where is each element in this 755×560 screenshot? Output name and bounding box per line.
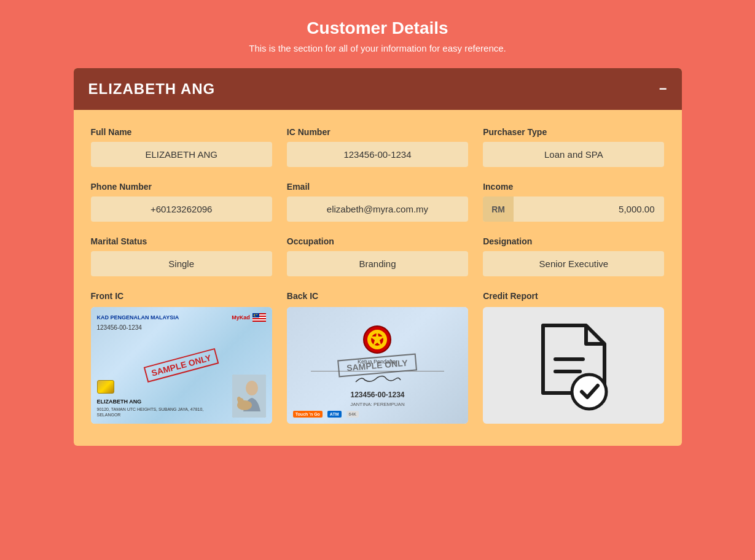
- fields-row-1: Full Name ELIZABETH ANG IC Number 123456…: [91, 127, 665, 167]
- card-body: Full Name ELIZABETH ANG IC Number 123456…: [74, 110, 682, 446]
- atm-badge: ATM: [327, 411, 342, 418]
- svg-rect-3: [252, 319, 266, 321]
- page-header: Customer Details This is the section for…: [249, 18, 506, 53]
- back-ic-logo-area: [362, 324, 393, 359]
- ic-address-text: 90120, TAMAN UTC HEIGHTS, SUBANG JAYA, 4…: [97, 406, 227, 418]
- front-ic-header: KAD PENGENALAN MALAYSIA MyKad: [97, 313, 266, 322]
- customer-card: ELIZABETH ANG − Full Name ELIZABETH ANG …: [74, 68, 682, 446]
- phone-number-value: +60123262096: [91, 196, 272, 222]
- income-label: Income: [483, 182, 664, 192]
- full-name-value: ELIZABETH ANG: [91, 142, 272, 167]
- svg-point-19: [572, 375, 606, 409]
- jantina-text: JANTINA: PEREMPUAN: [350, 402, 404, 407]
- designation-group: Designation Senior Executive: [483, 236, 664, 276]
- occupation-label: Occupation: [287, 236, 468, 246]
- front-ic-flag-area: MyKad: [232, 313, 266, 322]
- back-ic-bottom-badges: Touch 'n Go ATM 64K: [293, 411, 359, 418]
- 64k-badge: 64K: [346, 411, 359, 418]
- ic-number-group: IC Number 123456-00-1234: [287, 127, 468, 167]
- svg-point-6: [254, 314, 256, 316]
- back-ic-group: Back IC Ketua Pendaftar: [287, 291, 468, 424]
- images-row: Front IC KAD PENGENALAN MALAYSIA MyKad: [91, 291, 665, 424]
- ic-photo: [232, 375, 266, 418]
- occupation-group: Occupation Branding: [287, 236, 468, 276]
- front-ic-left: ELIZABETH ANG 90120, TAMAN UTC HEIGHTS, …: [97, 380, 227, 418]
- fields-row-3: Marital Status Single Occupation Brandin…: [91, 236, 665, 276]
- ic-number-label: IC Number: [287, 127, 468, 137]
- email-label: Email: [287, 182, 468, 192]
- front-ic-bottom: ELIZABETH ANG 90120, TAMAN UTC HEIGHTS, …: [97, 335, 266, 418]
- credit-report-container: [483, 307, 664, 424]
- kad-pengenalan-text: KAD PENGENALAN MALAYSIA: [97, 314, 179, 321]
- svg-point-9: [246, 381, 258, 395]
- touch-tng-badge: Touch 'n Go: [293, 411, 323, 418]
- back-ic-label: Back IC: [287, 291, 468, 301]
- card-header: ELIZABETH ANG −: [74, 68, 682, 110]
- collapse-button[interactable]: −: [659, 82, 667, 96]
- income-prefix: RM: [483, 196, 514, 222]
- phone-number-group: Phone Number +60123262096: [91, 182, 272, 222]
- marital-status-value: Single: [91, 251, 272, 276]
- card-customer-name: ELIZABETH ANG: [88, 80, 216, 98]
- occupation-value: Branding: [287, 251, 468, 276]
- credit-report-icon: [534, 319, 614, 411]
- front-ic-container: KAD PENGENALAN MALAYSIA MyKad: [91, 307, 272, 424]
- front-ic-number-display: 123456-00-1234: [97, 324, 266, 331]
- full-name-label: Full Name: [91, 127, 272, 137]
- front-ic-group: Front IC KAD PENGENALAN MALAYSIA MyKad: [91, 291, 272, 424]
- phone-number-label: Phone Number: [91, 182, 272, 192]
- back-ic-number-text: 123456-00-1234: [350, 391, 404, 399]
- credit-report-group: Credit Report: [483, 291, 664, 424]
- ic-photo-content: [232, 375, 266, 418]
- front-ic-malaysia-text: KAD PENGENALAN MALAYSIA: [97, 314, 179, 321]
- page-title: Customer Details: [249, 18, 506, 38]
- ic-number-value: 123456-00-1234: [287, 142, 468, 167]
- purchaser-type-label: Purchaser Type: [483, 127, 664, 137]
- marital-status-label: Marital Status: [91, 236, 272, 246]
- purchaser-type-value: Loan and SPA: [483, 142, 664, 167]
- malaysia-flag-icon: [252, 313, 266, 322]
- full-name-group: Full Name ELIZABETH ANG: [91, 127, 272, 167]
- svg-point-12: [237, 397, 241, 402]
- back-ic-container: Ketua Pendaftar 123456-00-1234 JANTINA: …: [287, 307, 468, 424]
- income-wrapper: RM 5,000.00: [483, 196, 664, 222]
- purchaser-type-group: Purchaser Type Loan and SPA: [483, 127, 664, 167]
- income-group: Income RM 5,000.00: [483, 182, 664, 222]
- ic-chip: [97, 380, 114, 394]
- mykad-text: MyKad: [232, 314, 250, 321]
- front-ic-label: Front IC: [91, 291, 272, 301]
- fields-row-2: Phone Number +60123262096 Email elizabet…: [91, 182, 665, 222]
- page-subtitle: This is the section for all of your info…: [249, 43, 506, 53]
- malaysia-crest-icon: [362, 324, 393, 355]
- ic-name-text: ELIZABETH ANG: [97, 399, 227, 405]
- designation-label: Designation: [483, 236, 664, 246]
- email-value: elizabeth@myra.com.my: [287, 196, 468, 222]
- marital-status-group: Marital Status Single: [91, 236, 272, 276]
- credit-report-label: Credit Report: [483, 291, 664, 301]
- designation-value: Senior Executive: [483, 251, 664, 276]
- email-group: Email elizabeth@myra.com.my: [287, 182, 468, 222]
- income-amount: 5,000.00: [514, 196, 665, 222]
